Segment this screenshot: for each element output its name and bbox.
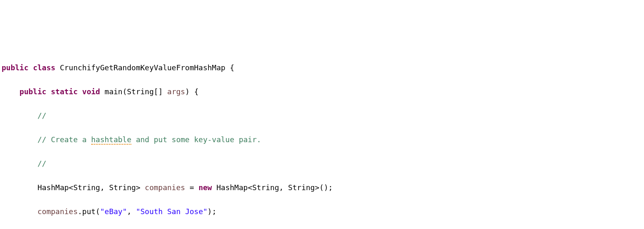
keyword-new: new — [199, 183, 212, 192]
comment: // — [38, 159, 47, 168]
comment: // Create a — [38, 135, 91, 144]
code-editor: public class CrunchifyGetRandomKeyValueF… — [0, 48, 644, 229]
var-companies: companies — [145, 183, 185, 192]
string-literal: "eBay" — [100, 207, 127, 216]
code-line: // Create a hashtable and put some key-v… — [2, 134, 644, 146]
keyword-void: void — [82, 87, 100, 96]
param-args: args — [167, 87, 185, 96]
keyword-class: class — [33, 63, 55, 72]
code-line: public class CrunchifyGetRandomKeyValueF… — [2, 62, 644, 74]
spellcheck-warning: hashtable — [91, 135, 132, 145]
type-hashmap: HashMap — [38, 183, 69, 192]
type-string: String — [127, 87, 154, 96]
method-put: put — [82, 207, 96, 216]
code-line: HashMap<String, String> companies = new … — [2, 181, 644, 193]
keyword-static: static — [51, 87, 78, 96]
keyword-public: public — [2, 63, 28, 72]
code-line: public static void main(String[] args) { — [2, 86, 644, 98]
method-main: main — [104, 87, 122, 96]
code-line: companies.put("eBay", "South San Jose"); — [2, 205, 644, 217]
code-line: // — [2, 157, 644, 169]
code-line: // — [2, 110, 644, 122]
keyword-public: public — [19, 87, 46, 96]
comment: // — [38, 111, 47, 120]
comment: and put some key-value pair. — [131, 135, 261, 144]
class-name: CrunchifyGetRandomKeyValueFromHashMap — [60, 63, 225, 72]
string-literal: "South San Jose" — [136, 207, 207, 216]
